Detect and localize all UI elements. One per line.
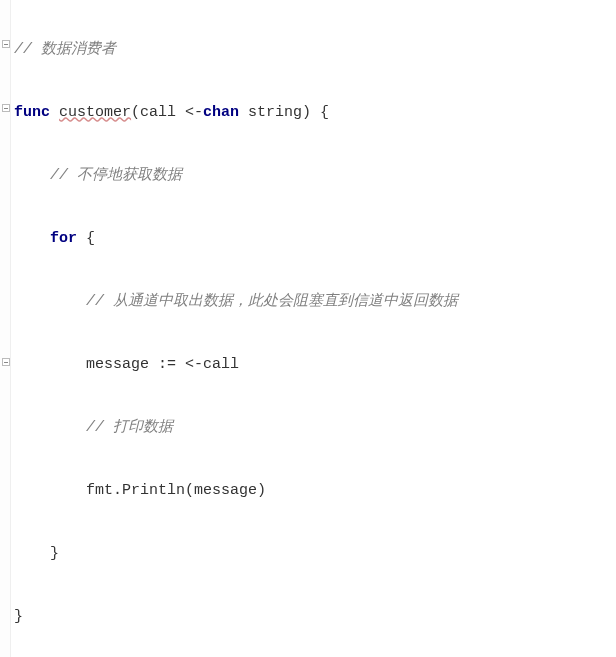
code-editor[interactable]: // 数据消费者 func customer(call <-chan strin…	[0, 0, 616, 657]
code-text: fmt.Println(message)	[86, 482, 266, 499]
comment: // 从通道中取出数据，此处会阻塞直到信道中返回数据	[86, 293, 458, 310]
comment: // 打印数据	[86, 419, 173, 436]
comment: // 不停地获取数据	[50, 167, 182, 184]
fold-marker[interactable]	[2, 104, 10, 112]
keyword-func: func	[14, 104, 50, 121]
brace-close: }	[14, 608, 23, 625]
comment: // 数据消费者	[14, 41, 116, 58]
keyword-for: for	[50, 230, 77, 247]
code-text: message := <-call	[86, 356, 239, 373]
fold-marker[interactable]	[2, 40, 10, 48]
keyword-chan: chan	[203, 104, 239, 121]
code-text: string) {	[239, 104, 329, 121]
code-text: {	[77, 230, 95, 247]
brace-close: }	[50, 545, 59, 562]
func-name-customer: customer	[59, 104, 131, 121]
fold-marker[interactable]	[2, 358, 10, 366]
gutter	[0, 0, 11, 657]
code-text: (call <-	[131, 104, 203, 121]
